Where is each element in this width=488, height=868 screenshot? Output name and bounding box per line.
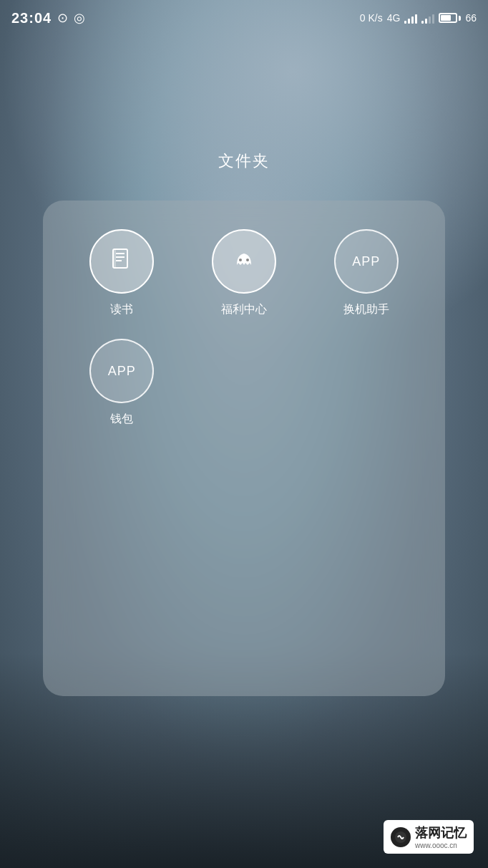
icon-wifi: ◎ <box>74 10 85 26</box>
folder-container[interactable]: 读书 福利中心 APP 换机助手 <box>43 201 445 696</box>
watermark-sub-text: www.oooc.cn <box>415 842 467 849</box>
watermark: 落网记忆 www.oooc.cn <box>384 820 474 854</box>
app-icon-text-qianbao: APP <box>108 364 136 379</box>
status-time: 23:04 <box>11 10 52 26</box>
status-bar: 23:04 ⊙ ◎ 0 K/s 4G 66 <box>0 0 488 36</box>
svg-rect-4 <box>113 249 116 268</box>
battery-fill <box>441 15 450 21</box>
folder-title: 文件夹 <box>0 150 488 172</box>
app-icon-huanji[interactable]: APP <box>334 229 399 294</box>
icon-circle: ⊙ <box>57 10 68 26</box>
app-icon-text-huanji: APP <box>352 254 380 269</box>
status-left: 23:04 ⊙ ◎ <box>11 10 85 26</box>
app-item-dushu[interactable]: 读书 <box>64 229 180 317</box>
app-item-qianbao[interactable]: APP 钱包 <box>64 339 180 427</box>
watermark-logo <box>391 827 411 847</box>
battery-percent: 66 <box>465 12 477 24</box>
signal-bars-full <box>404 12 417 24</box>
app-icon-qianbao[interactable]: APP <box>89 339 154 403</box>
svg-point-5 <box>239 259 242 261</box>
status-right: 0 K/s 4G 66 <box>360 12 477 24</box>
app-icon-fuli[interactable] <box>212 229 276 294</box>
speed-text: 0 K/s <box>360 12 383 24</box>
app-item-huanji[interactable]: APP 换机助手 <box>308 229 424 317</box>
watermark-text: 落网记忆 www.oooc.cn <box>415 824 467 849</box>
app-label-huanji: 换机助手 <box>343 302 389 317</box>
app-label-dushu: 读书 <box>110 302 133 317</box>
app-grid: 读书 福利中心 APP 换机助手 <box>64 229 424 427</box>
svg-point-6 <box>246 259 249 261</box>
watermark-main-text: 落网记忆 <box>415 824 467 842</box>
signal-bars-partial <box>421 12 434 24</box>
network-4g: 4G <box>387 12 401 24</box>
app-icon-dushu[interactable] <box>89 229 154 294</box>
app-label-fuli: 福利中心 <box>221 302 267 317</box>
app-item-fuli[interactable]: 福利中心 <box>187 229 302 317</box>
app-label-qianbao: 钱包 <box>110 412 133 427</box>
book-icon <box>109 246 135 277</box>
ghost-icon <box>230 245 258 279</box>
battery-icon <box>439 13 461 23</box>
battery-body <box>439 13 457 23</box>
battery-tip <box>459 16 461 21</box>
